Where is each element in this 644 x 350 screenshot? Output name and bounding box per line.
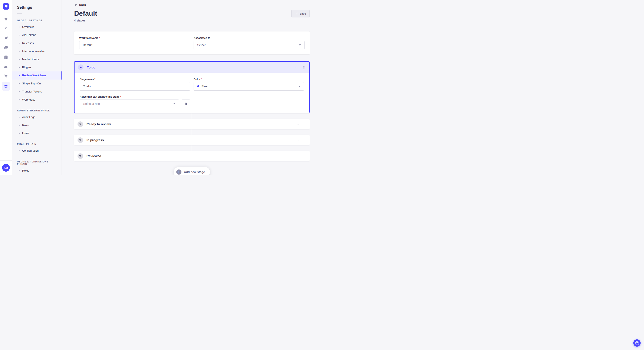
sidebar-item-overview[interactable]: Overview [12, 23, 62, 31]
sidebar-title: Settings [12, 5, 62, 10]
nav-deploy-button[interactable] [2, 63, 10, 71]
nav-content-manager-button[interactable] [2, 25, 10, 32]
sidebar-item-internationalization[interactable]: Internationalization [12, 47, 62, 55]
workflow-name-input[interactable] [79, 41, 190, 49]
stage-form: Stage name* Color* Blue [74, 73, 309, 113]
sidebar-item-plugins[interactable]: Plugins [12, 63, 62, 71]
back-link[interactable]: Back [74, 3, 86, 6]
sidebar-item-webhooks[interactable]: Webhooks [12, 96, 62, 104]
nav-releases-button[interactable] [2, 34, 10, 42]
sidebar-section-users-permissions-plugin: USERS & PERMISSIONS PLUGIN Roles Provide… [12, 160, 62, 175]
sidebar-item-label: Audit Logs [22, 116, 35, 119]
stage-card-reviewed[interactable]: Reviewed [74, 151, 310, 161]
required-asterisk: * [99, 37, 100, 39]
stage-color-select[interactable]: Blue [194, 82, 304, 91]
section-label: EMAIL PLUGIN [12, 143, 62, 146]
workflow-name-label: Workflow Name* [79, 37, 190, 39]
sidebar-item-single-sign-on[interactable]: Single Sign-On [12, 80, 62, 88]
stage-card-in-progress[interactable]: In progress [74, 135, 310, 145]
stage-roles-select[interactable]: Select a role [80, 100, 179, 108]
layout-icon [4, 55, 8, 59]
stage-color-field: Color* Blue [194, 78, 304, 91]
section-label: USERS & PERMISSIONS PLUGIN [12, 160, 62, 166]
strapi-logo-button[interactable] [0, 0, 12, 13]
sidebar-item-admin-users[interactable]: Users [12, 129, 62, 137]
stage-title: Reviewed [86, 154, 101, 158]
cloud-icon [4, 65, 8, 69]
nav-settings-button[interactable] [2, 82, 10, 91]
images-icon [4, 45, 8, 50]
plus-icon: + [176, 170, 182, 175]
sidebar-section-administration-panel: ADMINISTRATION PANEL Audit Logs Roles Us… [12, 109, 62, 137]
bullet-icon [19, 35, 20, 35]
sidebar-item-up-roles[interactable]: Roles [12, 167, 62, 175]
more-options-icon[interactable] [296, 154, 299, 158]
sidebar-item-label: Roles [22, 124, 29, 127]
stage-actions [296, 138, 306, 142]
add-new-stage-button[interactable]: + Add new stage [174, 167, 210, 175]
sidebar-item-releases[interactable]: Releases [12, 39, 62, 47]
required-asterisk: * [94, 78, 96, 81]
stage-actions [296, 154, 306, 158]
sidebar-item-media-library[interactable]: Media Library [12, 55, 62, 63]
sidebar-item-label: Internationalization [22, 49, 45, 53]
nav-content-type-builder-button[interactable] [2, 53, 10, 61]
header-titles: Default 4 stages [74, 9, 97, 22]
paper-plane-icon [4, 36, 8, 40]
chevron-down-icon [79, 124, 81, 125]
save-button[interactable]: Save [291, 10, 310, 17]
chevron-down-icon [299, 44, 301, 46]
bullet-icon [19, 150, 20, 151]
nav-media-library-button[interactable] [2, 44, 10, 51]
more-options-icon[interactable] [296, 122, 299, 126]
drag-handle-icon[interactable] [303, 138, 306, 142]
more-options-icon[interactable] [295, 65, 299, 69]
stage-form-row: Stage name* Color* Blue [80, 78, 304, 91]
stage-actions [295, 65, 306, 69]
sidebar-item-label: Releases [22, 41, 34, 45]
bullet-icon [19, 26, 20, 27]
stage-color-value: Blue [202, 85, 208, 88]
sidebar-item-email-configuration[interactable]: Configuration [12, 147, 62, 155]
bullet-icon [19, 117, 20, 118]
stage-roles-field: Roles that can change this stage* Select… [80, 95, 179, 108]
drag-handle-icon[interactable] [303, 122, 306, 126]
page-title: Default [74, 9, 97, 17]
expand-stage-button[interactable] [78, 153, 83, 159]
more-options-icon[interactable] [296, 138, 299, 142]
stage-name-label: Stage name* [80, 78, 190, 81]
sidebar-item-label: Single Sign-On [22, 82, 41, 85]
chevron-down-icon [79, 156, 81, 157]
expand-stage-button[interactable] [78, 137, 83, 143]
feather-icon [4, 26, 8, 31]
duplicate-roles-button[interactable] [182, 100, 190, 108]
sidebar-item-up-providers[interactable]: Providers [12, 175, 62, 175]
save-label: Save [300, 12, 306, 15]
stage-header-to-do[interactable]: To do [74, 62, 309, 73]
stage-name-input[interactable] [80, 82, 190, 91]
add-stage-label: Add new stage [184, 170, 205, 174]
home-icon [4, 17, 8, 21]
sidebar-item-label: Configuration [22, 149, 38, 153]
stage-card-ready-to-review[interactable]: Ready to review [74, 119, 310, 129]
sidebar-item-audit-logs[interactable]: Audit Logs [12, 113, 62, 121]
chevron-up-icon [80, 67, 82, 68]
sidebar-item-api-tokens[interactable]: API Tokens [12, 31, 62, 39]
sidebar-item-review-workflows[interactable]: Review Workflows [12, 71, 62, 80]
sidebar-item-transfer-tokens[interactable]: Transfer Tokens [12, 88, 62, 96]
add-stage-row: + Add new stage [74, 167, 310, 175]
bullet-icon [19, 75, 20, 76]
nav-home-button[interactable] [2, 15, 10, 23]
associated-to-select[interactable]: Select [194, 41, 304, 49]
settings-sidebar: Settings GLOBAL SETTINGS Overview API To… [12, 0, 62, 175]
expand-stage-button[interactable] [78, 121, 83, 127]
nav-marketplace-button[interactable] [2, 72, 10, 80]
shopping-cart-icon [4, 74, 8, 78]
associated-to-field: Associated to Select [194, 37, 304, 49]
collapse-stage-button[interactable] [78, 64, 84, 70]
drag-handle-icon[interactable] [303, 154, 306, 158]
user-avatar[interactable]: KD [2, 164, 10, 172]
sidebar-item-admin-roles[interactable]: Roles [12, 121, 62, 129]
drag-handle-icon[interactable] [302, 65, 306, 69]
stage-actions [296, 122, 306, 126]
